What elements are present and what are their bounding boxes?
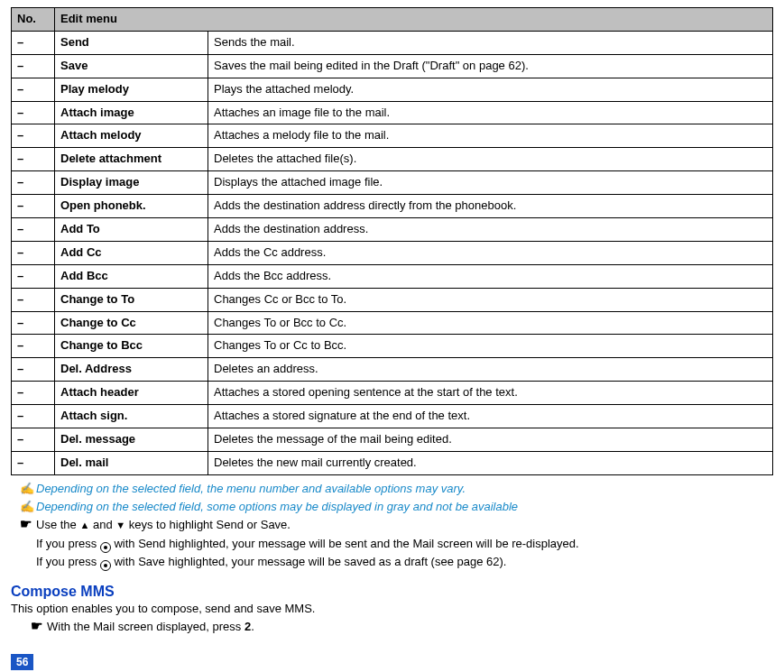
cell-desc: Changes To or Cc to Bcc.	[208, 335, 773, 358]
cell-desc: Plays the attached melody.	[208, 78, 773, 101]
cell-no: –	[12, 335, 55, 358]
note-info-2: ✍ Depending on the selected field, some …	[20, 499, 773, 515]
cell-name: Del. Address	[55, 358, 208, 382]
cell-name: Attach sign.	[55, 405, 208, 428]
text: Use the	[36, 518, 79, 531]
cell-name: Attach header	[55, 382, 208, 405]
cell-desc: Displays the attached image file.	[208, 171, 773, 195]
cell-no: –	[12, 78, 55, 101]
table-row: –Del. mailDeletes the new mail currently…	[12, 451, 773, 474]
edit-menu-table: No. Edit menu –SendSends the mail. –Save…	[11, 7, 773, 475]
cell-name: Del. message	[55, 428, 208, 452]
col-header-no: No.	[12, 8, 55, 32]
cell-no: –	[12, 311, 55, 335]
note-text: Depending on the selected field, some op…	[36, 499, 773, 515]
center-key-icon	[100, 560, 111, 571]
table-row: –Attach sign.Attaches a stored signature…	[12, 405, 773, 428]
cell-desc: Changes Cc or Bcc to To.	[208, 288, 773, 311]
hand-icon: ☛	[31, 619, 47, 632]
cell-name: Attach image	[55, 101, 208, 124]
table-row: –Del. AddressDeletes an address.	[12, 358, 773, 382]
table-row: –Open phonebk.Adds the destination addre…	[12, 195, 773, 218]
text: If you press	[36, 555, 100, 568]
cell-no: –	[12, 218, 55, 242]
cell-no: –	[12, 31, 55, 54]
info-icon: ✍	[20, 499, 36, 515]
cell-desc: Deletes the message of the mail being ed…	[208, 428, 773, 452]
cell-name: Add Bcc	[55, 264, 208, 288]
note-info-1: ✍ Depending on the selected field, the m…	[20, 481, 773, 497]
cell-name: Delete attachment	[55, 148, 208, 171]
table-row: –Attach imageAttaches an image file to t…	[12, 101, 773, 124]
cell-name: Del. mail	[55, 451, 208, 474]
step-text: With the Mail screen displayed, press 2.	[47, 619, 773, 635]
cell-name: Add To	[55, 218, 208, 242]
table-row: –Change to ToChanges Cc or Bcc to To.	[12, 288, 773, 311]
section-body: This option enables you to compose, send…	[11, 602, 773, 615]
note-text: Use the ▲ and ▼ keys to highlight Send o…	[36, 517, 773, 533]
note-subline: If you press with Send highlighted, your…	[36, 535, 773, 553]
cell-desc: Attaches an image file to the mail.	[208, 101, 773, 124]
cell-desc: Attaches a stored signature at the end o…	[208, 405, 773, 428]
table-row: –Del. messageDeletes the message of the …	[12, 428, 773, 452]
cell-desc: Attaches a melody file to the mail.	[208, 124, 773, 148]
cell-desc: Deletes an address.	[208, 358, 773, 382]
hand-icon: ☛	[20, 517, 36, 530]
cell-desc: Saves the mail being edited in the Draft…	[208, 54, 773, 78]
cell-name: Add Cc	[55, 241, 208, 264]
cell-no: –	[12, 382, 55, 405]
up-triangle-icon: ▲	[79, 520, 89, 530]
cell-name: Display image	[55, 171, 208, 195]
center-key-icon	[100, 542, 111, 553]
cell-no: –	[12, 428, 55, 452]
text: keys to highlight Send or Save.	[125, 518, 291, 531]
footer: 56	[11, 654, 773, 670]
table-row: –Display imageDisplays the attached imag…	[12, 171, 773, 195]
cell-no: –	[12, 405, 55, 428]
cell-no: –	[12, 171, 55, 195]
note-step: ☛ Use the ▲ and ▼ keys to highlight Send…	[20, 517, 773, 533]
section-step: ☛ With the Mail screen displayed, press …	[31, 619, 773, 635]
cell-no: –	[12, 54, 55, 78]
cell-no: –	[12, 358, 55, 382]
cell-desc: Adds the Cc address.	[208, 241, 773, 264]
table-row: –Attach melodyAttaches a melody file to …	[12, 124, 773, 148]
text: and	[89, 518, 115, 531]
cell-no: –	[12, 148, 55, 171]
col-header-menu: Edit menu	[55, 8, 773, 32]
text: with Send highlighted, your message will…	[111, 537, 579, 550]
cell-no: –	[12, 288, 55, 311]
table-row: –SendSends the mail.	[12, 31, 773, 54]
cell-name: Send	[55, 31, 208, 54]
cell-name: Open phonebk.	[55, 195, 208, 218]
cell-no: –	[12, 195, 55, 218]
cell-desc: Attaches a stored opening sentence at th…	[208, 382, 773, 405]
cell-no: –	[12, 101, 55, 124]
cell-desc: Adds the destination address.	[208, 218, 773, 242]
page-number: 56	[11, 654, 33, 670]
cell-name: Play melody	[55, 78, 208, 101]
table-row: –Change to BccChanges To or Cc to Bcc.	[12, 335, 773, 358]
cell-desc: Deletes the new mail currently created.	[208, 451, 773, 474]
cell-desc: Adds the destination address directly fr…	[208, 195, 773, 218]
table-row: –Add BccAdds the Bcc address.	[12, 264, 773, 288]
note-sublines: If you press with Send highlighted, your…	[36, 535, 773, 571]
cell-no: –	[12, 124, 55, 148]
cell-name: Change to Bcc	[55, 335, 208, 358]
down-triangle-icon: ▼	[115, 520, 125, 530]
section-heading-compose-mms: Compose MMS	[11, 584, 773, 600]
cell-desc: Deletes the attached file(s).	[208, 148, 773, 171]
cell-name: Attach melody	[55, 124, 208, 148]
table-row: –Add ToAdds the destination address.	[12, 218, 773, 242]
cell-name: Save	[55, 54, 208, 78]
table-row: –Delete attachmentDeletes the attached f…	[12, 148, 773, 171]
table-row: –Play melodyPlays the attached melody.	[12, 78, 773, 101]
note-subline: If you press with Save highlighted, your…	[36, 553, 773, 571]
info-icon: ✍	[20, 481, 36, 497]
cell-name: Change to Cc	[55, 311, 208, 335]
cell-name: Change to To	[55, 288, 208, 311]
text: If you press	[36, 537, 100, 550]
table-row: –SaveSaves the mail being edited in the …	[12, 54, 773, 78]
cell-desc: Adds the Bcc address.	[208, 264, 773, 288]
text: with Save highlighted, your message will…	[111, 555, 507, 568]
